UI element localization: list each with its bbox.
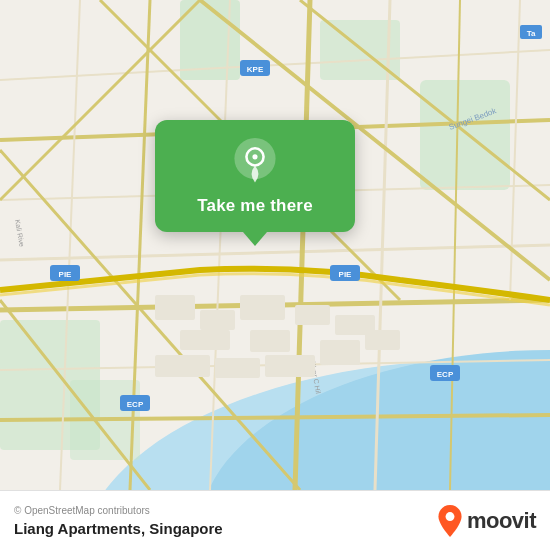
svg-rect-48 <box>295 305 330 325</box>
location-title: Liang Apartments, Singapore <box>14 520 223 537</box>
moovit-logo: moovit <box>437 505 536 537</box>
bottom-bar: © OpenStreetMap contributors Liang Apart… <box>0 490 550 550</box>
svg-text:ECP: ECP <box>127 400 144 409</box>
svg-rect-43 <box>155 295 195 320</box>
svg-rect-54 <box>365 330 400 350</box>
svg-rect-45 <box>240 295 285 320</box>
svg-text:PIE: PIE <box>59 270 73 279</box>
svg-rect-46 <box>180 330 230 350</box>
svg-point-58 <box>445 512 454 521</box>
svg-rect-5 <box>420 80 510 190</box>
svg-rect-53 <box>320 340 360 365</box>
svg-point-57 <box>252 154 257 159</box>
svg-text:KPE: KPE <box>247 65 264 74</box>
svg-rect-44 <box>200 310 235 330</box>
svg-text:PIE: PIE <box>339 270 353 279</box>
moovit-text: moovit <box>467 508 536 534</box>
take-me-there-button[interactable]: Take me there <box>197 196 313 216</box>
svg-rect-51 <box>215 358 260 378</box>
svg-rect-52 <box>265 355 315 377</box>
popup-card[interactable]: Take me there <box>155 120 355 232</box>
bottom-left: © OpenStreetMap contributors Liang Apart… <box>14 505 223 537</box>
svg-rect-50 <box>155 355 210 377</box>
svg-text:Ta: Ta <box>527 29 536 38</box>
svg-rect-47 <box>250 330 290 352</box>
svg-text:ECP: ECP <box>437 370 454 379</box>
map-svg: PIE KPE PIE ECP ECP Ta Sungei Bedok Silv… <box>0 0 550 490</box>
copyright-text: © OpenStreetMap contributors <box>14 505 223 516</box>
location-pin-icon <box>231 138 279 186</box>
moovit-pin-icon <box>437 505 463 537</box>
map-container: PIE KPE PIE ECP ECP Ta Sungei Bedok Silv… <box>0 0 550 490</box>
